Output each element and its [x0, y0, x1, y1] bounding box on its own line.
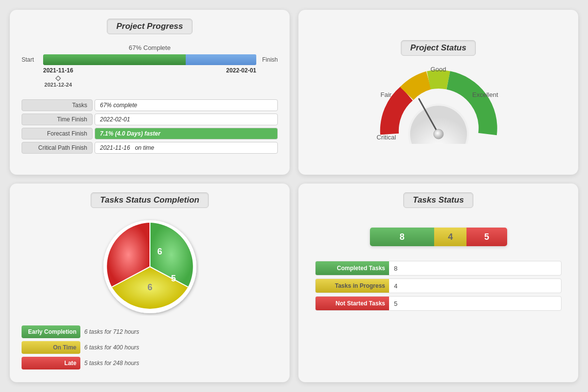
ontime-text: 6 tasks for 400 hours — [84, 344, 139, 351]
inprogress-label: Tasks in Progress — [316, 279, 389, 293]
marker-icon: ◇ — [55, 74, 61, 82]
pie-chart-svg: 6 6 5 — [101, 218, 199, 316]
late-text: 5 tasks for 248 hours — [84, 360, 139, 367]
stat-row-forecast: Forecast Finish 7.1% (4.0 Days) faster — [22, 128, 278, 139]
tasks-legend-rows: Completed Tasks 8 Tasks in Progress 4 No… — [310, 261, 566, 314]
stat-label-forecast: Forecast Finish — [22, 128, 93, 139]
legend-rows: Early Completion 6 tasks for 712 hours O… — [22, 325, 278, 372]
svg-text:5: 5 — [171, 274, 175, 283]
notstarted-val: 5 — [389, 300, 397, 307]
svg-text:6: 6 — [157, 247, 162, 256]
legend-late: Late 5 tasks for 248 hours — [22, 357, 278, 369]
notstarted-label: Not Started Tasks — [316, 297, 389, 310]
legend-ontime: On Time 6 tasks for 400 hours — [22, 341, 278, 354]
stat-label-tasks: Tasks — [22, 99, 93, 111]
finish-date: 2022-02-01 — [226, 67, 256, 74]
completed-label: Completed Tasks — [316, 261, 389, 275]
tasks-bar-section: 8 4 5 — [310, 228, 566, 246]
progress-bar-section: 67% Complete Start Finish 2021-11-16 ◇ 2… — [22, 44, 278, 88]
tasks-bar-yellow: 4 — [434, 228, 466, 246]
stat-row-tasks: Tasks 67% complete — [22, 99, 278, 111]
stat-row-time: Time Finish 2022-02-01 — [22, 114, 278, 125]
tasks-status-title: Tasks Status — [403, 192, 473, 208]
start-date: 2021-11-16 — [43, 67, 73, 74]
legend-early: Early Completion 6 tasks for 712 hours — [22, 325, 278, 338]
early-text: 6 tasks for 712 hours — [84, 328, 139, 335]
project-progress-card: Project Progress 67% Complete Start Fini… — [10, 10, 290, 175]
progress-bar — [43, 54, 256, 65]
stat-row-critical: Critical Path Finish 2021-11-16 on time — [22, 142, 278, 154]
progress-bar-row: Start Finish — [22, 54, 278, 65]
svg-text:6: 6 — [147, 282, 152, 292]
tasks-legend-inprogress: Tasks in Progress 4 — [315, 278, 562, 293]
tasks-completion-card: Tasks Status Completion — [10, 184, 290, 382]
tasks-bar-red: 5 — [466, 228, 507, 246]
start-date-block: 2021-11-16 ◇ 2021-12-24 — [43, 67, 73, 88]
tasks-bar-green: 8 — [370, 228, 435, 246]
tasks-legend-notstarted: Not Started Tasks 5 — [315, 296, 562, 311]
stat-value-critical: 2021-11-16 on time — [95, 142, 278, 154]
late-color: Late — [22, 357, 80, 369]
inprogress-val: 4 — [389, 282, 397, 290]
stat-label-time: Time Finish — [22, 114, 93, 125]
stat-label-critical: Critical Path Finish — [22, 142, 93, 154]
dates-row: 2021-11-16 ◇ 2021-12-24 2022-02-01 — [22, 67, 278, 88]
stat-value-forecast: 7.1% (4.0 Days) faster — [95, 128, 278, 139]
completed-val: 8 — [389, 265, 397, 272]
start-label: Start — [22, 56, 39, 63]
progress-stats: Tasks 67% complete Time Finish 2022-02-0… — [22, 99, 278, 156]
finish-label: Finish — [260, 56, 278, 63]
tasks-status-card: Tasks Status 8 4 5 Completed Tasks 8 Tas… — [298, 184, 578, 382]
progress-pct-label: 67% Complete — [129, 44, 171, 51]
early-color: Early Completion — [22, 325, 80, 338]
progress-remaining — [186, 54, 256, 65]
gauge-svg — [375, 66, 502, 144]
stat-value-tasks: 67% complete — [95, 99, 278, 111]
sub-date: 2021-12-24 — [45, 82, 72, 88]
ontime-color: On Time — [22, 341, 80, 354]
gauge-wrapper: Good Fair Excellent Critical — [375, 66, 502, 144]
project-status-title: Project Status — [401, 40, 475, 56]
tasks-completion-title: Tasks Status Completion — [91, 192, 208, 208]
svg-point-3 — [434, 129, 443, 139]
project-status-card: Project Status — [298, 10, 578, 175]
pie-chart-wrapper: 6 6 5 — [101, 218, 199, 316]
stat-value-time: 2022-02-01 — [95, 114, 278, 125]
progress-fill — [43, 54, 186, 65]
project-progress-title: Project Progress — [107, 19, 192, 34]
dashboard: Project Progress 67% Complete Start Fini… — [0, 0, 588, 392]
tasks-legend-completed: Completed Tasks 8 — [315, 261, 562, 276]
tasks-bar: 8 4 5 — [370, 228, 507, 246]
